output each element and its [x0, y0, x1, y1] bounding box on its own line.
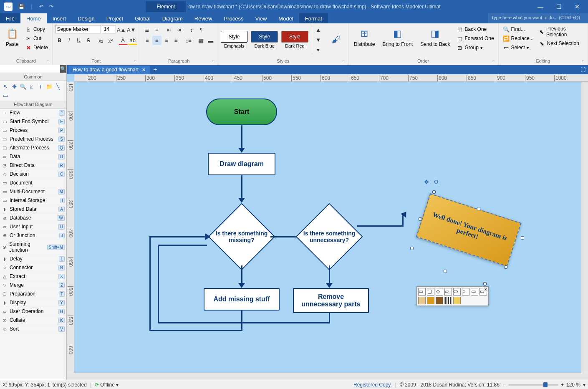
back-one-button[interactable]: ◱Back One [455, 25, 496, 33]
shape-item-start-end-symbol[interactable]: ⬭Start End SymbolE [0, 117, 66, 126]
zoom-dropdown-icon[interactable]: ▾ [583, 382, 585, 388]
styles-scroll-down-icon[interactable]: ▼ [314, 35, 323, 44]
menu-diagram[interactable]: Diagram [156, 13, 189, 23]
shape-item-predefined-process[interactable]: ▭Predefined ProcessS [0, 135, 66, 144]
borders-icon[interactable]: ▦ [197, 36, 206, 45]
document-tab[interactable]: How to draw a good flowchart ✕ [68, 66, 150, 74]
line-spacing-icon[interactable]: ↕≡ [184, 36, 193, 45]
selection-handle[interactable] [444, 270, 447, 273]
indent-icon[interactable]: ⇥ [174, 25, 184, 34]
shape-draw-diagram[interactable]: Draw diagram [208, 153, 275, 175]
menu-project[interactable]: Project [101, 13, 129, 23]
zoom-in-icon[interactable]: + [561, 382, 564, 388]
font-color-icon[interactable]: A [119, 36, 128, 45]
numbering-icon[interactable]: ≡ [152, 25, 162, 34]
shape-item-decision[interactable]: ◇DecisionC [0, 170, 66, 179]
bold-icon[interactable]: B [55, 36, 64, 45]
superscript-icon[interactable]: x² [106, 36, 115, 45]
line-tool-icon[interactable]: ╲ [54, 83, 62, 90]
shape-item-data[interactable]: ▱DataD [0, 152, 66, 161]
contextual-tab-element[interactable]: Element [146, 1, 186, 12]
container-tool-icon[interactable]: ▭ [2, 91, 9, 99]
shape-item-database[interactable]: ⌀DatabaseW [0, 214, 66, 222]
close-tab-icon[interactable]: ✕ [142, 67, 146, 73]
shape-item-preparation[interactable]: ⬡PreparationT [0, 290, 66, 298]
shape-item-internal-storage[interactable]: ▭Internal StorageI [0, 196, 66, 205]
toolbox-flowchart-header[interactable]: Flowchart Diagram [0, 101, 66, 109]
shrink-font-icon[interactable]: A▼ [127, 25, 136, 34]
menu-review[interactable]: Review [189, 13, 218, 23]
scrollbar-vertical[interactable] [581, 82, 588, 373]
zoom-value[interactable]: 120 % [566, 382, 580, 388]
shape-rect-icon[interactable]: ▭ [418, 288, 426, 296]
text-tool-icon[interactable]: T [37, 83, 44, 90]
color-brown[interactable] [436, 297, 443, 304]
prev-selection-button[interactable]: ⬉Previous Selection [537, 25, 585, 38]
shape-rounded-icon[interactable]: ▢ [427, 288, 434, 296]
shape-decision-unnecessary[interactable]: Is there something unnecessary? [295, 203, 363, 270]
style-emphasis[interactable]: Style [221, 31, 248, 43]
copy-button[interactable]: ⎘Copy [23, 25, 50, 33]
context-close-icon[interactable]: ✕ [483, 286, 489, 292]
color-yellow-note[interactable] [453, 297, 461, 304]
toolbox-common-header[interactable]: Common [0, 73, 66, 81]
move-tool-icon[interactable]: ✥ [10, 83, 18, 90]
zoom-out-icon[interactable]: − [503, 382, 506, 388]
shape-item-sort[interactable]: ◇SortV [0, 325, 66, 333]
maximize-button[interactable]: ☐ [550, 0, 568, 13]
align-left-icon[interactable]: ≡ [143, 36, 152, 45]
shape-item-display[interactable]: ◗DisplayY [0, 298, 66, 307]
add-tab-icon[interactable]: + [150, 66, 160, 73]
grow-font-icon[interactable]: A▲ [117, 25, 126, 34]
selection-handle[interactable] [504, 265, 507, 269]
bullets-icon[interactable]: ≣ [143, 25, 152, 34]
shape-item-collate[interactable]: ⧖CollateK [0, 316, 66, 325]
menu-file[interactable]: File [0, 13, 20, 23]
selection-handle[interactable] [483, 282, 487, 285]
pan-tool-icon[interactable]: ⟀ [28, 83, 35, 90]
style-settings-button[interactable]: 🖌 [326, 31, 346, 48]
shape-capsule-icon[interactable]: ⬭ [453, 288, 461, 296]
select-button[interactable]: ▭Select ▾ [501, 43, 535, 52]
shape-item-alternate-process[interactable]: ▢Alternate ProcessQ [0, 144, 66, 152]
tell-me-search[interactable]: Type here what you want to do... (CTRL+Q… [488, 13, 588, 23]
menu-insert[interactable]: Insert [47, 13, 72, 23]
shape-item-connector[interactable]: ○ConnectorN [0, 263, 66, 272]
shape-note-selected[interactable]: Well done! Your diagram is perfect! [416, 193, 522, 267]
find-button[interactable]: 🔍Find... [501, 25, 535, 33]
menu-process[interactable]: Process [218, 13, 249, 23]
selection-handle[interactable] [521, 236, 524, 240]
shape-doc-icon[interactable]: ▭ [471, 288, 478, 296]
pointer-tool-icon[interactable]: ↖ [2, 83, 9, 90]
shape-circle-icon[interactable]: ○ [462, 288, 469, 296]
undo-icon[interactable]: ↶ [38, 3, 45, 10]
selection-handle[interactable] [410, 247, 414, 250]
shape-diamond-icon[interactable]: ◇ [436, 288, 443, 296]
style-dark-blue[interactable]: Style [251, 31, 278, 43]
minimize-button[interactable]: — [531, 0, 550, 13]
registered-link[interactable]: Registered Copy. [353, 382, 392, 388]
strike-icon[interactable]: S [84, 36, 93, 45]
align-center-icon[interactable]: ≡ [152, 36, 162, 45]
shape-item-stored-data[interactable]: ◗Stored DataA [0, 205, 66, 214]
toolbox-search-input[interactable] [0, 65, 60, 73]
color-gold[interactable] [427, 297, 434, 304]
zoom-tool-icon[interactable]: 🔍 [19, 83, 27, 90]
delete-button[interactable]: ✖Delete [23, 43, 50, 52]
justify-icon[interactable]: ≡ [172, 36, 181, 45]
menu-format[interactable]: Format [299, 13, 328, 23]
outdent-icon[interactable]: ⇤ [165, 25, 174, 34]
highlight-icon[interactable]: ab [128, 36, 137, 45]
bring-front-button[interactable]: ◧Bring to Front [379, 25, 416, 49]
menu-view[interactable]: View [249, 13, 273, 23]
styles-scroll-up-icon[interactable]: ▲ [314, 25, 323, 34]
shape-add-missing[interactable]: Add missing stuff [204, 288, 280, 311]
shading-icon[interactable]: ▬ [206, 36, 215, 45]
shape-start[interactable]: Start [206, 99, 277, 125]
shape-item-or-junction[interactable]: ⊕Or JunctionJ [0, 231, 66, 240]
rotate-handle-icon[interactable]: Ω [434, 179, 438, 185]
shape-item-merge[interactable]: ▽MergeZ [0, 281, 66, 290]
shape-item-user-operation[interactable]: ▱User OperationH [0, 307, 66, 316]
shape-item-direct-data[interactable]: ◔Direct DataR [0, 161, 66, 170]
menu-home[interactable]: Home [20, 13, 47, 23]
